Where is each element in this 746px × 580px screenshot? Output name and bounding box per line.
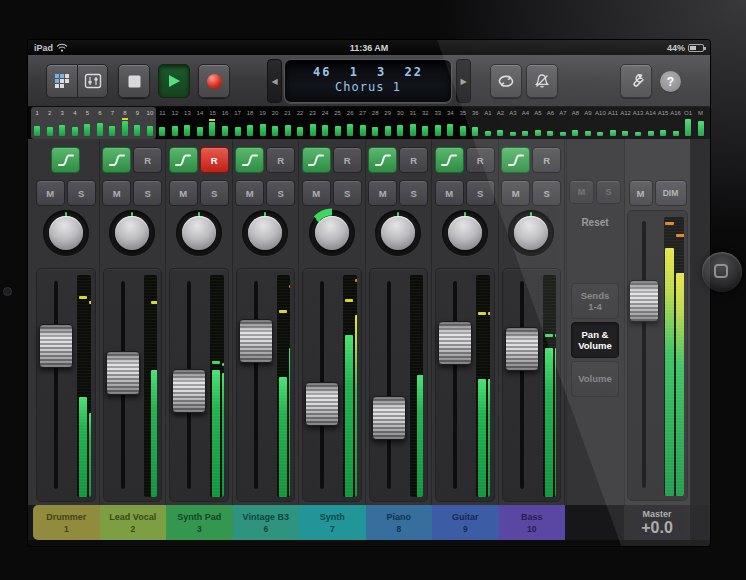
view-grid-button[interactable] bbox=[46, 64, 77, 98]
overview-track-28[interactable]: 28 bbox=[369, 107, 382, 139]
previous-section-button[interactable]: ◀ bbox=[267, 59, 282, 103]
overview-track-18[interactable]: 18 bbox=[244, 107, 257, 139]
record-enable-button[interactable]: R bbox=[200, 147, 229, 173]
overview-track-19[interactable]: 19 bbox=[256, 107, 269, 139]
pan-knob-cap[interactable] bbox=[115, 216, 149, 250]
overview-track-20[interactable]: 20 bbox=[269, 107, 282, 139]
overview-track-M[interactable]: M bbox=[694, 107, 707, 139]
solo-button[interactable]: S bbox=[532, 180, 561, 206]
solo-button[interactable]: S bbox=[67, 180, 96, 206]
track-label-1[interactable]: Drummer1 bbox=[33, 505, 100, 540]
group-mute-button[interactable]: M bbox=[569, 180, 594, 204]
solo-button[interactable]: S bbox=[466, 180, 495, 206]
fader-handle[interactable] bbox=[372, 396, 406, 440]
pan-knob-cap[interactable] bbox=[49, 216, 83, 250]
overview-track-A6[interactable]: A6 bbox=[544, 107, 557, 139]
track-label-3[interactable]: Synth Pad3 bbox=[166, 505, 233, 540]
pan-knob[interactable] bbox=[505, 208, 557, 258]
automation-curve-button[interactable] bbox=[435, 147, 464, 173]
settings-button[interactable] bbox=[620, 64, 652, 98]
overview-track-A9[interactable]: A9 bbox=[582, 107, 595, 139]
overview-track-A8[interactable]: A8 bbox=[569, 107, 582, 139]
overview-track-27[interactable]: 27 bbox=[356, 107, 369, 139]
overview-track-A10[interactable]: A10 bbox=[594, 107, 607, 139]
overview-track-2[interactable]: 2 bbox=[44, 107, 57, 139]
overview-track-25[interactable]: 25 bbox=[331, 107, 344, 139]
fader-handle[interactable] bbox=[239, 319, 273, 363]
automation-curve-button[interactable] bbox=[235, 147, 264, 173]
overview-track-24[interactable]: 24 bbox=[319, 107, 332, 139]
pan-knob[interactable] bbox=[306, 208, 358, 258]
overview-track-A5[interactable]: A5 bbox=[532, 107, 545, 139]
overview-track-A3[interactable]: A3 bbox=[507, 107, 520, 139]
fader-mode-volume[interactable]: Volume bbox=[571, 361, 619, 397]
pan-knob-cap[interactable] bbox=[381, 216, 415, 250]
mute-button[interactable]: M bbox=[169, 180, 198, 206]
overview-track-9[interactable]: 9 bbox=[131, 107, 144, 139]
overview-track-A4[interactable]: A4 bbox=[519, 107, 532, 139]
fader-handle[interactable] bbox=[438, 321, 472, 365]
mute-button[interactable]: M bbox=[235, 180, 264, 206]
overview-track-22[interactable]: 22 bbox=[294, 107, 307, 139]
mute-button[interactable]: M bbox=[102, 180, 131, 206]
overview-track-26[interactable]: 26 bbox=[344, 107, 357, 139]
group-solo-button[interactable]: S bbox=[596, 180, 621, 204]
overview-track-1[interactable]: 1 bbox=[31, 107, 44, 139]
overview-track-23[interactable]: 23 bbox=[306, 107, 319, 139]
next-section-button[interactable]: ▶ bbox=[456, 59, 471, 103]
record-enable-button[interactable]: R bbox=[333, 147, 362, 173]
pan-knob-cap[interactable] bbox=[448, 216, 482, 250]
overview-track-36[interactable]: 36 bbox=[469, 107, 482, 139]
track-label-6[interactable]: Vintage B36 bbox=[233, 505, 300, 540]
overview-track-7[interactable]: 7 bbox=[106, 107, 119, 139]
solo-button[interactable]: S bbox=[333, 180, 362, 206]
fader-handle[interactable] bbox=[505, 327, 539, 371]
pan-knob[interactable] bbox=[439, 208, 491, 258]
pan-knob[interactable] bbox=[106, 208, 158, 258]
pan-knob-cap[interactable] bbox=[248, 216, 282, 250]
fader-handle[interactable] bbox=[305, 382, 339, 426]
play-button[interactable] bbox=[158, 64, 190, 98]
master-dim-button[interactable]: DIM bbox=[655, 180, 687, 206]
overview-track-5[interactable]: 5 bbox=[81, 107, 94, 139]
record-enable-button[interactable]: R bbox=[133, 147, 162, 173]
home-button[interactable] bbox=[702, 252, 742, 292]
automation-curve-button[interactable] bbox=[501, 147, 530, 173]
overview-track-6[interactable]: 6 bbox=[94, 107, 107, 139]
overview-track-A7[interactable]: A7 bbox=[557, 107, 570, 139]
automation-curve-button[interactable] bbox=[302, 147, 331, 173]
solo-button[interactable]: S bbox=[200, 180, 229, 206]
mixer-view-button[interactable] bbox=[77, 64, 108, 98]
overview-track-16[interactable]: 16 bbox=[219, 107, 232, 139]
master-label[interactable]: Master +0.0 bbox=[624, 505, 690, 540]
overview-track-4[interactable]: 4 bbox=[69, 107, 82, 139]
overview-track-A15[interactable]: A15 bbox=[657, 107, 670, 139]
overview-track-A12[interactable]: A12 bbox=[619, 107, 632, 139]
solo-button[interactable]: S bbox=[399, 180, 428, 206]
fader-mode-pan-volume[interactable]: Pan & Volume bbox=[571, 322, 619, 358]
overview-track-14[interactable]: 14 bbox=[194, 107, 207, 139]
record-button[interactable] bbox=[198, 64, 230, 98]
overview-track-O1[interactable]: O1 bbox=[682, 107, 695, 139]
master-mute-button[interactable]: M bbox=[629, 180, 653, 206]
mute-button[interactable]: M bbox=[36, 180, 65, 206]
pan-knob[interactable] bbox=[40, 208, 92, 258]
track-label-9[interactable]: Guitar9 bbox=[432, 505, 499, 540]
count-in-button[interactable] bbox=[526, 64, 558, 98]
overview-track-31[interactable]: 31 bbox=[406, 107, 419, 139]
overview-track-13[interactable]: 13 bbox=[181, 107, 194, 139]
record-enable-button[interactable]: R bbox=[532, 147, 561, 173]
overview-track-8[interactable]: 8 bbox=[119, 107, 132, 139]
track-label-8[interactable]: Piano8 bbox=[366, 505, 433, 540]
stop-button[interactable] bbox=[118, 64, 150, 98]
automation-curve-button[interactable] bbox=[368, 147, 397, 173]
overview-track-A11[interactable]: A11 bbox=[607, 107, 620, 139]
overview-track-A16[interactable]: A16 bbox=[669, 107, 682, 139]
automation-curve-button[interactable] bbox=[169, 147, 198, 173]
overview-track-15[interactable]: 15 bbox=[206, 107, 219, 139]
overview-track-A14[interactable]: A14 bbox=[644, 107, 657, 139]
overview-track-32[interactable]: 32 bbox=[419, 107, 432, 139]
pan-knob-cap[interactable] bbox=[182, 216, 216, 250]
overview-track-A13[interactable]: A13 bbox=[632, 107, 645, 139]
record-enable-button[interactable]: R bbox=[466, 147, 495, 173]
